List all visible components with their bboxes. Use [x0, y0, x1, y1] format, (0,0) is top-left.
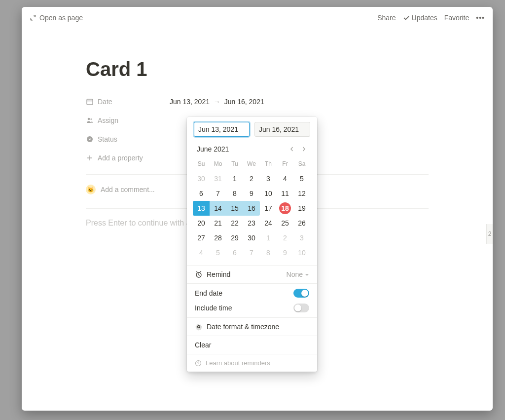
calendar-day-cell[interactable]: 6: [226, 245, 243, 260]
add-property-label: Add a property: [98, 154, 143, 162]
property-key-status[interactable]: Status: [86, 135, 170, 143]
calendar-day-cell[interactable]: 2: [277, 230, 293, 245]
date-picker-popover: June 2021 SuMoTuWeThFrSa 303112345678910…: [187, 117, 317, 372]
property-key-assign[interactable]: Assign: [86, 116, 170, 124]
calendar-day-cell[interactable]: 7: [243, 245, 260, 260]
calendar-day-cell[interactable]: 18: [277, 201, 293, 216]
gear-icon: [195, 323, 203, 331]
calendar-day-cell[interactable]: 3: [260, 171, 277, 186]
remind-label: Remind: [207, 270, 230, 278]
calendar-day-cell[interactable]: 20: [193, 216, 210, 230]
chevron-circle-icon: [86, 135, 94, 143]
updates-label: Updates: [412, 14, 437, 22]
calendar-day-cell[interactable]: 30: [193, 171, 210, 186]
people-icon: [86, 116, 94, 124]
end-date-toggle[interactable]: [293, 289, 309, 298]
calendar-day-cell[interactable]: 8: [260, 245, 277, 260]
property-key-date[interactable]: Date: [86, 98, 170, 106]
calendar-day-cell[interactable]: 8: [226, 186, 243, 201]
calendar-day-cell[interactable]: 29: [226, 230, 243, 245]
calendar-icon: [86, 98, 94, 106]
calendar-day-cell[interactable]: 25: [277, 216, 293, 230]
calendar-day-cell[interactable]: 7: [210, 186, 226, 201]
share-button[interactable]: Share: [377, 14, 396, 22]
calendar-day-cell[interactable]: 17: [260, 201, 277, 216]
calendar-day-cell[interactable]: 9: [243, 186, 260, 201]
learn-reminders-link[interactable]: Learn about reminders: [187, 354, 317, 372]
calendar-day-cell[interactable]: 28: [210, 230, 226, 245]
property-row-date: Date Jun 13, 2021 → Jun 16, 2021: [86, 92, 429, 111]
calendar-day-cell[interactable]: 30: [243, 230, 260, 245]
chevron-down-icon: [305, 272, 309, 277]
favorite-button[interactable]: Favorite: [444, 14, 469, 22]
calendar-dow-cell: Sa: [293, 156, 310, 171]
svg-rect-0: [87, 99, 93, 105]
page-title[interactable]: Card 1: [86, 58, 429, 80]
remind-value: None: [287, 270, 303, 278]
remind-row[interactable]: Remind None: [187, 266, 317, 283]
page-modal: Open as page Share Updates Favorite ••• …: [22, 7, 493, 411]
open-as-page-button[interactable]: Open as page: [30, 14, 83, 22]
calendar-day-cell[interactable]: 4: [193, 245, 210, 260]
calendar-dow-cell: Su: [193, 156, 210, 171]
next-month-button[interactable]: [298, 144, 309, 154]
calendar-day-cell[interactable]: 26: [293, 216, 310, 230]
calendar-dow-row: SuMoTuWeThFrSa: [193, 156, 311, 171]
updates-button[interactable]: Updates: [403, 14, 437, 22]
chevron-right-icon: [301, 147, 306, 152]
calendar-dow-cell: Th: [260, 156, 277, 171]
include-time-row: Include time: [187, 301, 317, 317]
calendar-day-cell[interactable]: 5: [210, 245, 226, 260]
clear-button[interactable]: Clear: [187, 336, 317, 354]
calendar-day-cell[interactable]: 19: [293, 201, 310, 216]
calendar-day-cell[interactable]: 14: [210, 201, 226, 216]
calendar-week-row: 27282930123: [193, 230, 311, 245]
peek-card[interactable]: 2: [486, 224, 493, 244]
calendar-day-cell[interactable]: 31: [210, 171, 226, 186]
property-key-date-label: Date: [98, 98, 112, 106]
more-button[interactable]: •••: [476, 14, 485, 22]
date-end-input[interactable]: [254, 122, 310, 137]
calendar-day-cell[interactable]: 16: [243, 201, 260, 216]
calendar-day-cell[interactable]: 2: [243, 171, 260, 186]
prev-month-button[interactable]: [287, 144, 297, 154]
calendar-day-cell[interactable]: 27: [193, 230, 210, 245]
calendar-day-cell[interactable]: 9: [277, 245, 293, 260]
calendar-day-cell[interactable]: 11: [277, 186, 293, 201]
calendar-day-cell[interactable]: 5: [293, 171, 310, 186]
date-format-row[interactable]: Date format & timezone: [187, 318, 317, 336]
clock-icon: [195, 270, 203, 278]
calendar-day-cell[interactable]: 3: [293, 230, 310, 245]
calendar-dow-cell: Mo: [210, 156, 226, 171]
calendar-day-cell[interactable]: 24: [260, 216, 277, 230]
include-time-toggle[interactable]: [293, 304, 309, 312]
calendar-day-cell[interactable]: 6: [193, 186, 210, 201]
learn-reminders-label: Learn about reminders: [206, 359, 270, 367]
calendar-day-cell[interactable]: 12: [293, 186, 310, 201]
calendar-day-cell[interactable]: 4: [277, 171, 293, 186]
property-key-status-label: Status: [98, 135, 117, 143]
chevron-left-icon: [289, 147, 294, 152]
calendar-day-cell[interactable]: 10: [293, 245, 310, 260]
calendar-day-cell[interactable]: 13: [193, 201, 210, 216]
calendar-week-row: 303112345: [193, 171, 311, 186]
date-format-label: Date format & timezone: [207, 323, 279, 331]
expand-icon: [30, 14, 36, 21]
property-value-date[interactable]: Jun 13, 2021 → Jun 16, 2021: [170, 98, 264, 106]
arrow-right-icon: →: [212, 98, 222, 106]
open-as-page-label: Open as page: [39, 14, 83, 22]
property-key-assign-label: Assign: [98, 116, 118, 124]
calendar-day-cell[interactable]: 15: [226, 201, 243, 216]
calendar-day-cell[interactable]: 1: [260, 230, 277, 245]
calendar-day-cell[interactable]: 21: [210, 216, 226, 230]
calendar-day-cell[interactable]: 23: [243, 216, 260, 230]
date-end-value: Jun 16, 2021: [224, 98, 264, 106]
calendar-week-row: 13141516171819: [193, 201, 311, 216]
calendar-day-cell[interactable]: 22: [226, 216, 243, 230]
date-start-input[interactable]: [194, 122, 250, 137]
calendar-week-row: 20212223242526: [193, 216, 311, 230]
checkmark-icon: [403, 14, 410, 21]
calendar-day-cell[interactable]: 10: [260, 186, 277, 201]
calendar-day-cell[interactable]: 1: [226, 171, 243, 186]
calendar-month-label: June 2021: [197, 145, 229, 153]
